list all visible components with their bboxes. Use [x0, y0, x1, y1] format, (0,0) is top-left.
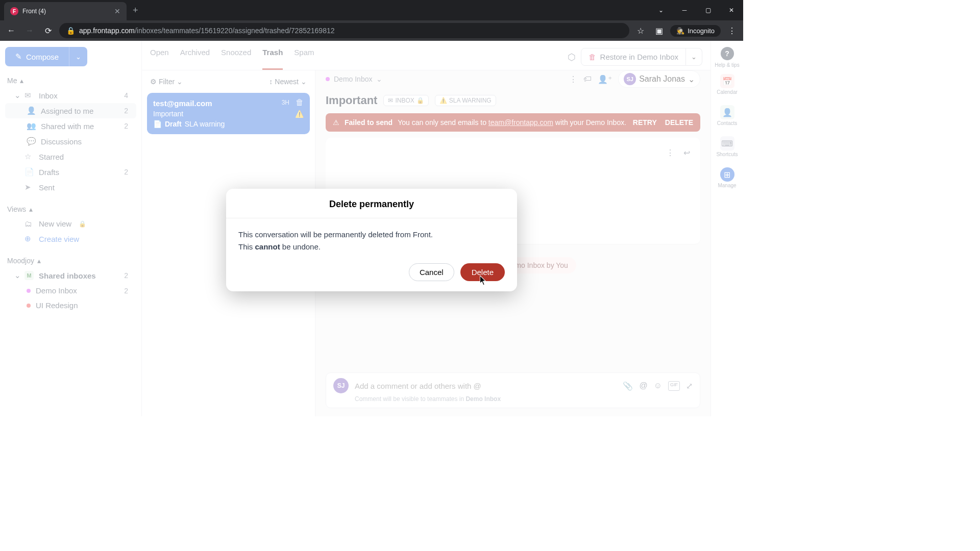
reload-button[interactable]: ⟳ [41, 23, 55, 38]
favicon: F [10, 7, 18, 15]
maximize-icon[interactable]: ▢ [696, 0, 720, 20]
url-domain: app.frontapp.com [79, 27, 135, 35]
close-tab-icon[interactable]: ✕ [114, 7, 120, 15]
url-path: /inboxes/teammates/15619220/assigned/tra… [135, 27, 335, 35]
new-tab-button[interactable]: + [133, 5, 138, 16]
tab-title: Front (4) [22, 8, 110, 15]
address-bar[interactable]: 🔒 app.frontapp.com/inboxes/teammates/156… [59, 23, 629, 38]
bookmark-icon[interactable]: ☆ [633, 23, 648, 38]
incognito-badge: 🕵️ Incognito [670, 25, 721, 37]
incognito-label: Incognito [688, 27, 715, 35]
browser-toolbar: ← → ⟳ 🔒 app.frontapp.com/inboxes/teammat… [0, 20, 743, 41]
browser-tab[interactable]: F Front (4) ✕ [4, 2, 127, 20]
cancel-button[interactable]: Cancel [409, 263, 454, 281]
close-window-icon[interactable]: ✕ [720, 0, 743, 20]
incognito-icon: 🕵️ [676, 27, 684, 35]
minimize-icon[interactable]: ─ [673, 0, 696, 20]
browser-menu-icon[interactable]: ⋮ [725, 23, 739, 38]
cursor-icon [480, 276, 487, 286]
tab-search-icon[interactable]: ⌄ [649, 0, 673, 20]
modal-backdrop: Delete permanently This conversation wil… [0, 41, 743, 416]
modal-title: Delete permanently [226, 189, 517, 218]
window-controls: ⌄ ─ ▢ ✕ [649, 0, 743, 20]
extensions-icon[interactable]: ▣ [652, 23, 666, 38]
back-button[interactable]: ← [4, 23, 18, 38]
lock-icon: 🔒 [66, 27, 75, 35]
browser-tab-strip: F Front (4) ✕ + ⌄ ─ ▢ ✕ [0, 0, 743, 20]
delete-modal: Delete permanently This conversation wil… [226, 189, 517, 291]
modal-body: This conversation will be permanently de… [226, 218, 517, 263]
forward-button[interactable]: → [22, 23, 37, 38]
